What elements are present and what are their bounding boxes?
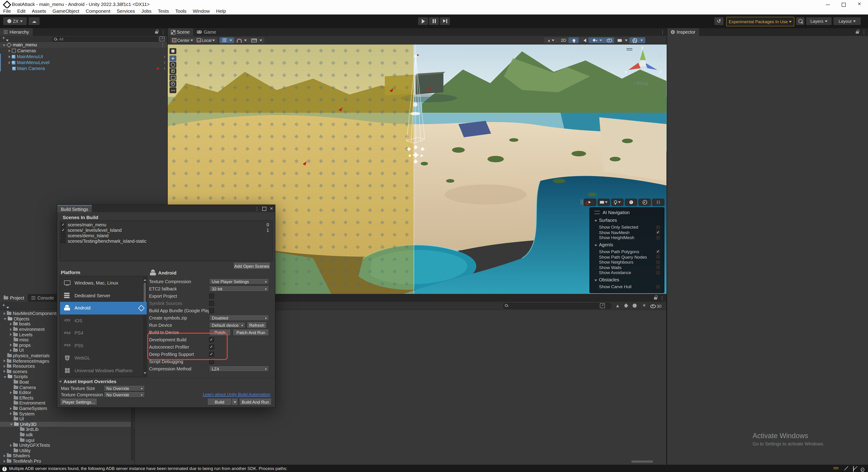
foldout-arrow-icon[interactable]: [4, 370, 5, 373]
checkbox[interactable]: [61, 222, 65, 227]
hierarchy-item-main-menu[interactable]: main_menu⋮: [0, 42, 167, 48]
close-button[interactable]: ✕: [851, 0, 867, 8]
build-options-dropdown[interactable]: [231, 399, 238, 405]
more-menu-icon[interactable]: ⋮: [862, 30, 866, 35]
ainav-section-obstacles[interactable]: Obstacles: [594, 277, 619, 282]
project-folder-ugui[interactable]: ugui: [0, 437, 134, 443]
move-tool-button[interactable]: [169, 56, 176, 61]
player-settings-button[interactable]: Player Settings...: [60, 399, 97, 405]
hierarchy-item-main-camera[interactable]: Main Camera›: [0, 65, 167, 71]
search-button[interactable]: [796, 17, 804, 25]
dropdown-compression-method[interactable]: LZ4: [209, 366, 269, 372]
platform-universal-windows-platform[interactable]: Universal Windows Platform: [60, 364, 147, 377]
menu-tools[interactable]: Tools: [172, 8, 190, 14]
project-folder-shaders[interactable]: Shaders: [0, 453, 134, 459]
menu-services[interactable]: Services: [114, 8, 138, 14]
foldout-arrow-icon[interactable]: [4, 318, 6, 320]
ainav-option-show-only-selected[interactable]: Show Only Selected: [599, 224, 660, 230]
chevron-right-icon[interactable]: ›: [164, 65, 165, 71]
validation-overlay-button[interactable]: ✓: [639, 198, 651, 206]
refresh-button[interactable]: Refresh: [247, 322, 267, 328]
ainav-option-show-avoidance[interactable]: Show Avoidance: [599, 270, 660, 275]
horizontal-scrollbar[interactable]: [631, 461, 653, 463]
menu-edit[interactable]: Edit: [14, 8, 29, 14]
dropdown-texture-compression[interactable]: No Override: [104, 392, 145, 398]
visibility-icon[interactable]: [650, 304, 656, 308]
dropdown-etc2-fallback[interactable]: 32-bit: [209, 286, 269, 291]
ainav-option-show-walls[interactable]: Show Walls: [599, 265, 660, 270]
maximize-button[interactable]: [836, 0, 851, 8]
ainav-option-show-carve-hull[interactable]: Show Carve Hull: [599, 284, 660, 289]
layers-dropdown[interactable]: Layers: [806, 17, 832, 25]
scene-in-build-scenes-testing-benchmark-island-static[interactable]: scenes/Testing/benchmark_island-static: [61, 238, 271, 244]
undo-history-button[interactable]: ↺: [714, 17, 723, 25]
menu-gameobject[interactable]: GameObject: [49, 8, 83, 14]
search-picker-icon[interactable]: ↗: [159, 36, 164, 41]
hierarchy-item-mainmenuui[interactable]: MainMenuUI›: [0, 54, 167, 60]
patch-and-run-button[interactable]: Patch And Run: [233, 329, 269, 336]
checkbox[interactable]: [61, 228, 65, 232]
project-folder-unity3d[interactable]: Unity3D: [0, 421, 134, 427]
project-folder-system[interactable]: System: [0, 411, 134, 416]
effects-options[interactable]: [597, 37, 604, 43]
foldout-arrow-icon[interactable]: [10, 391, 12, 394]
build-settings-tab[interactable]: Build Settings: [57, 205, 92, 212]
hierarchy-item-cameras[interactable]: Cameras: [0, 48, 167, 54]
foldout-arrow-icon[interactable]: [10, 333, 12, 336]
foldout-arrow-icon[interactable]: [4, 359, 5, 362]
project-folder-ui[interactable]: UI: [0, 416, 134, 421]
menu-component[interactable]: Component: [83, 8, 114, 14]
checkbox[interactable]: [656, 260, 660, 264]
warnings-overlay-button[interactable]: !: [625, 198, 637, 206]
add-asset-button[interactable]: +: [2, 302, 5, 308]
ainav-option-show-heightmesh[interactable]: Show HeightMesh: [599, 235, 660, 240]
grid-snap-options[interactable]: [227, 37, 235, 43]
foldout-arrow-icon[interactable]: [10, 424, 13, 426]
foldout-arrow-icon[interactable]: [10, 328, 12, 331]
layout-dropdown[interactable]: Layout: [833, 17, 861, 25]
dropdown-texture-compression[interactable]: Use Player Settings: [209, 279, 269, 284]
platform-ps4[interactable]: PS4PS4: [60, 327, 147, 339]
window-menu-icon[interactable]: ⋮: [255, 206, 259, 211]
account-button[interactable]: ZX: [3, 17, 27, 25]
experimental-packages-button[interactable]: Experimental Packages In Use: [726, 17, 795, 26]
pivot-mode-dropdown[interactable]: Center: [170, 37, 195, 43]
more-menu-icon[interactable]: ⋮: [160, 42, 165, 47]
foldout-arrow-icon[interactable]: [10, 412, 12, 415]
project-folder-3rdlib[interactable]: 3rdLib: [0, 427, 134, 432]
scene-in-build-scenes-levels-level-island[interactable]: scenes/_levels/level_Island1: [61, 227, 271, 233]
ainav-option-show-path-polygons[interactable]: Show Path Polygons: [599, 249, 660, 254]
tab-inspector[interactable]: i Inspector: [667, 28, 699, 36]
step-button[interactable]: [440, 17, 450, 25]
tab-game[interactable]: Game: [193, 28, 220, 36]
foldout-arrow-icon[interactable]: [4, 312, 5, 315]
more-menu-icon[interactable]: ⋮: [660, 295, 664, 300]
layers-disabled-icon[interactable]: [844, 466, 848, 471]
foldout-arrow-icon[interactable]: [10, 407, 12, 410]
project-folder-sdk[interactable]: sdk: [0, 432, 134, 437]
project-folder-utility[interactable]: Utility: [0, 448, 134, 453]
foldout-arrow-icon[interactable]: [4, 376, 6, 378]
platform-webgl[interactable]: WebGL: [60, 352, 147, 364]
scene-in-build-scenes-main-menu[interactable]: scenes/main_menu0: [61, 222, 271, 227]
build-and-run-button[interactable]: Build And Run: [239, 399, 272, 405]
dropdown-run-device[interactable]: Default device: [209, 322, 245, 328]
orientation-dropdown[interactable]: Local: [194, 37, 218, 43]
menu-file[interactable]: File: [0, 8, 14, 14]
ainav-option-show-path-query-nodes[interactable]: Show Path Query Nodes: [599, 254, 660, 259]
lock-icon[interactable]: [155, 31, 158, 34]
gizmos-options[interactable]: [638, 37, 645, 43]
checkbox[interactable]: [656, 235, 660, 240]
ainav-section-agents[interactable]: Agents: [594, 242, 613, 247]
foldout-arrow-icon[interactable]: [9, 61, 10, 64]
custom-tool-button[interactable]: [169, 87, 176, 93]
camera-options[interactable]: [623, 37, 630, 43]
foldout-arrow-icon[interactable]: [10, 349, 12, 352]
ainav-option-show-neighbours[interactable]: Show Neighbours: [599, 259, 660, 265]
checkbox[interactable]: [656, 255, 660, 259]
lighting-toggle[interactable]: [568, 37, 580, 43]
add-open-scenes-button[interactable]: Add Open Scenes: [233, 263, 270, 270]
menu-jobs[interactable]: Jobs: [138, 8, 155, 14]
annotations-overlay-button[interactable]: [611, 198, 623, 206]
platform-android[interactable]: Android: [60, 302, 147, 314]
